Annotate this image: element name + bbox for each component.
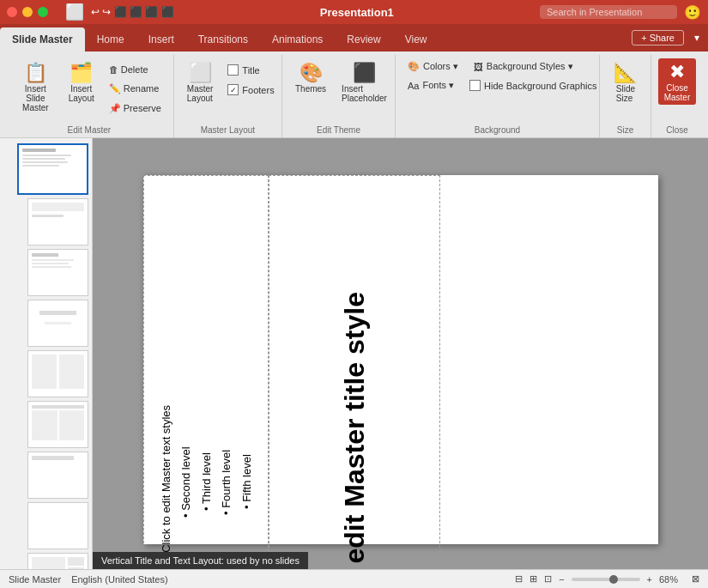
title-bar: ⬜ ↩ ↪ ⬛ ⬛ ⬛ ⬛ Presentation1 🙂 — [0, 0, 708, 24]
slide-thumb-4[interactable] — [27, 300, 88, 347]
edit-master-label: Edit Master — [12, 124, 166, 137]
thumb-title — [22, 149, 56, 152]
insert-placeholder-icon: ⬛ — [353, 62, 376, 84]
slide-body-box[interactable]: • Click to edit Master text styles • Sec… — [143, 175, 269, 581]
background-styles-button[interactable]: 🖼 Background Styles ▾ — [469, 58, 578, 75]
close-master-icon: ✖ — [669, 61, 685, 83]
slide-content-area: • Click to edit Master text styles • Sec… — [143, 175, 658, 581]
slide-thumb-3[interactable] — [27, 249, 88, 296]
preserve-button[interactable]: 📌 Preserve — [104, 100, 166, 117]
toolbar-icons: ↩ ↪ ⬛ ⬛ ⬛ ⬛ — [91, 6, 174, 18]
view-slide-sorter-icon[interactable]: ⊞ — [529, 573, 537, 585]
slide-thumb-7[interactable] — [27, 452, 88, 499]
edit-theme-label: Edit Theme — [289, 124, 388, 137]
insert-slide-master-icon: 📋 — [24, 62, 47, 84]
slide-panel: 1 — [0, 138, 93, 580]
ribbon: 📋 Insert SlideMaster 🗂️ InsertLayout 🗑 D… — [0, 52, 708, 138]
title-checkbox[interactable]: Title — [222, 62, 279, 78]
edit-master-buttons: 📋 Insert SlideMaster 🗂️ InsertLayout 🗑 D… — [12, 55, 166, 124]
zoom-percent[interactable]: 68% — [659, 574, 685, 585]
maximize-window-btn[interactable] — [38, 7, 48, 17]
title-bar-right: 🙂 — [540, 4, 701, 21]
close-label: Close — [658, 124, 696, 137]
master-layout-buttons: ⬜ MasterLayout Title ✓ Footers — [181, 55, 280, 124]
ribbon-group-close: ✖ CloseMaster Close — [651, 55, 703, 137]
footers-checkbox[interactable]: ✓ Footers — [222, 82, 279, 98]
status-right: ⊟ ⊞ ⊡ − + 68% ⊠ — [515, 573, 699, 585]
title-checkbox-icon — [227, 64, 239, 76]
status-mode: Slide Master — [9, 574, 61, 585]
tab-review[interactable]: Review — [335, 27, 392, 52]
edit-master-small-buttons: 🗑 Delete ✏️ Rename 📌 Preserve — [104, 58, 166, 120]
status-language: English (United States) — [71, 574, 168, 585]
themes-icon: 🎨 — [300, 62, 323, 84]
minimize-window-btn[interactable] — [22, 7, 33, 17]
slide-thumb-2[interactable] — [27, 198, 88, 246]
tab-animations[interactable]: Animations — [260, 27, 335, 52]
hide-background-checkbox — [469, 80, 481, 91]
ribbon-collapse-icon[interactable]: ▾ — [694, 32, 699, 44]
tab-bar: Slide Master Home Insert Transitions Ani… — [0, 24, 708, 52]
edit-theme-buttons: 🎨 Themes ⬛ InsertPlaceholder — [289, 55, 393, 124]
tab-slide-master[interactable]: Slide Master — [0, 27, 85, 52]
colors-button[interactable]: 🎨 Colors ▾ — [402, 58, 463, 75]
close-master-button[interactable]: ✖ CloseMaster — [658, 58, 696, 105]
slide-thumb-6[interactable] — [27, 401, 88, 448]
close-buttons: ✖ CloseMaster — [658, 55, 696, 124]
size-label: Size — [607, 124, 644, 137]
master-layout-icon: ⬜ — [189, 62, 212, 84]
slide-thumb-5[interactable] — [27, 350, 88, 397]
tab-home[interactable]: Home — [85, 27, 136, 52]
fonts-button[interactable]: Aa Fonts ▾ — [402, 77, 459, 94]
window-controls — [7, 7, 48, 17]
view-reading-icon[interactable]: ⊡ — [544, 573, 552, 585]
slide-size-button[interactable]: 📐 SlideSize — [607, 58, 644, 106]
master-layout-button[interactable]: ⬜ MasterLayout — [181, 58, 220, 106]
insert-layout-button[interactable]: 🗂️ InsertLayout — [63, 58, 100, 106]
slide-thumb-wrapper-2 — [3, 198, 88, 246]
share-button[interactable]: + Share — [632, 30, 684, 45]
zoom-out-button[interactable]: − — [559, 574, 564, 585]
tab-transitions[interactable]: Transitions — [186, 27, 260, 52]
main-area: 1 — [0, 138, 708, 580]
ribbon-group-master-layout: ⬜ MasterLayout Title ✓ Footers Master La… — [174, 55, 282, 137]
slide-size-icon: 📐 — [614, 62, 637, 84]
canvas-area: • Click to edit Master text styles • Sec… — [93, 138, 708, 580]
slide-thumb-wrapper-7 — [3, 452, 88, 499]
zoom-thumb — [609, 575, 618, 584]
slide-canvas: • Click to edit Master text styles • Sec… — [143, 175, 658, 544]
slide-thumb-8[interactable] — [27, 502, 88, 549]
ribbon-group-size: 📐 SlideSize Size — [600, 55, 651, 137]
slide-thumb-1[interactable] — [17, 143, 88, 195]
tab-bar-right: + Share ▾ — [623, 24, 708, 52]
delete-button[interactable]: 🗑 Delete — [104, 62, 166, 77]
tab-insert[interactable]: Insert — [136, 27, 186, 52]
size-buttons: 📐 SlideSize — [607, 55, 644, 124]
hide-background-button[interactable]: Hide Background Graphics — [464, 77, 602, 94]
insert-placeholder-button[interactable]: ⬛ InsertPlaceholder — [336, 58, 393, 106]
slide-thumb-wrapper-1: 1 — [3, 143, 88, 195]
themes-button[interactable]: 🎨 Themes — [289, 58, 332, 97]
view-normal-icon[interactable]: ⊟ — [515, 573, 523, 585]
fit-slide-icon[interactable]: ⊠ — [692, 573, 699, 585]
ribbon-group-edit-theme: 🎨 Themes ⬛ InsertPlaceholder Edit Theme — [282, 55, 396, 137]
insert-slide-master-button[interactable]: 📋 Insert SlideMaster — [12, 58, 59, 116]
search-input[interactable] — [540, 5, 677, 19]
master-layout-label: Master Layout — [181, 124, 275, 137]
rename-button[interactable]: ✏️ Rename — [104, 81, 166, 97]
footers-checkbox-icon: ✓ — [227, 84, 239, 95]
zoom-in-button[interactable]: + — [647, 574, 652, 585]
close-window-btn[interactable] — [7, 7, 17, 17]
tab-view[interactable]: View — [393, 27, 439, 52]
zoom-slider[interactable] — [572, 578, 640, 581]
colors-icon: 🎨 — [408, 61, 420, 72]
background-styles-icon: 🖼 — [474, 62, 483, 72]
slide-title-box[interactable]: Click to edit Master title style — [269, 175, 440, 581]
fonts-icon: Aa — [408, 81, 419, 91]
master-layout-checkboxes: Title ✓ Footers — [222, 58, 279, 101]
background-controls: 🎨 Colors ▾ 🖼 Background Styles ▾ Aa Font… — [402, 55, 602, 124]
ribbon-group-edit-master: 📋 Insert SlideMaster 🗂️ InsertLayout 🗑 D… — [5, 55, 174, 137]
ppt-icon: ⬜ — [65, 3, 84, 21]
background-label: Background — [402, 124, 592, 137]
user-icon[interactable]: 🙂 — [684, 4, 701, 21]
